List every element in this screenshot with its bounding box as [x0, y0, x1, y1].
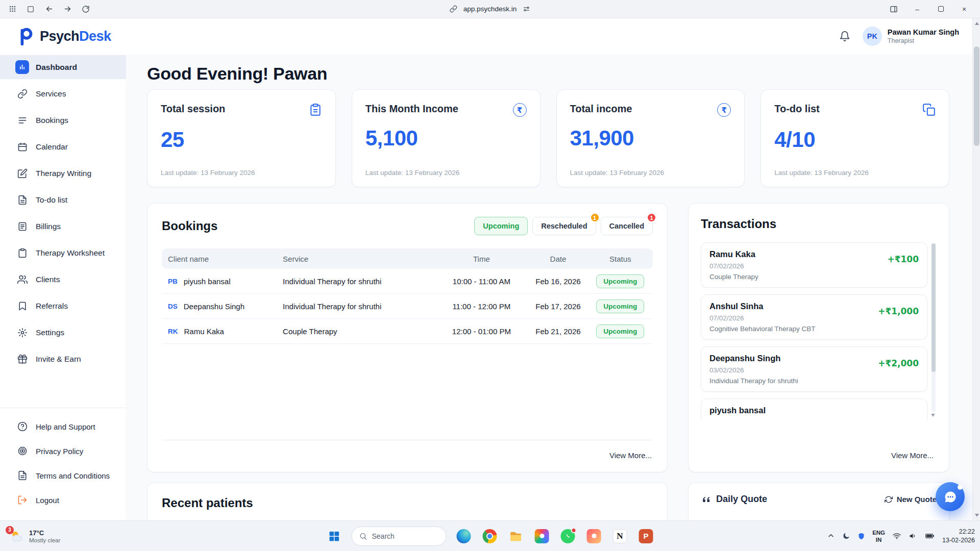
region-code: IN — [872, 536, 885, 543]
browser-back-button[interactable] — [41, 2, 57, 16]
transactions-scrollbar[interactable] — [932, 243, 936, 412]
sidebar-item-services[interactable]: Services — [0, 82, 126, 106]
volume-icon[interactable] — [909, 532, 918, 541]
new-quote-button[interactable]: New Quote — [885, 495, 937, 504]
taskbar-clock[interactable]: 22:22 13-02-2026 — [942, 527, 975, 545]
sidebar-item-clients[interactable]: Clients — [0, 267, 126, 291]
sidebar-item-dashboard[interactable]: Dashboard — [0, 55, 126, 79]
sidebar-item-terms-conditions[interactable]: Terms and Conditions — [0, 464, 126, 487]
tune-icon[interactable] — [523, 5, 530, 13]
sidebar-item-therapy-writing[interactable]: Therapy Writing — [0, 161, 126, 185]
transaction-item: piyush bansal — [701, 398, 927, 420]
edit-icon — [15, 168, 29, 179]
target-icon — [15, 446, 29, 456]
transactions-view-more-link[interactable]: View More... — [891, 451, 934, 460]
app-logo[interactable]: PsychDesk — [17, 27, 111, 46]
clock-date: 13-02-2026 — [942, 536, 975, 545]
chrome-icon[interactable] — [481, 528, 499, 545]
close-button[interactable]: × — [952, 0, 976, 18]
file-explorer-icon[interactable] — [507, 528, 525, 545]
rupee-circle-icon: ₹ — [717, 103, 731, 117]
user-role: Therapist — [888, 37, 959, 44]
table-row: RKRamu Kaka Couple Therapy 12:00 - 01:00… — [162, 319, 653, 344]
sidebar-item-billings[interactable]: Billings — [0, 214, 126, 238]
address-bar[interactable]: app.psychdesk.in — [450, 5, 530, 13]
whatsapp-icon[interactable] — [559, 528, 577, 545]
rescheduled-count-badge: 1 — [590, 213, 600, 222]
bookings-title: Bookings — [162, 219, 217, 233]
night-light-icon[interactable] — [842, 532, 850, 540]
scrollbar-thumb[interactable] — [974, 46, 979, 146]
bookings-table-header: Client name Service Time Date Status — [162, 248, 653, 269]
minimize-button[interactable]: – — [905, 0, 929, 18]
column-client-name: Client name — [168, 255, 283, 263]
client-name: Deepanshu Singh — [184, 302, 244, 311]
tab-cancelled[interactable]: Cancelled1 — [601, 217, 653, 235]
sidebar-item-privacy-policy[interactable]: Privacy Policy — [0, 440, 126, 462]
scroll-up-arrow-icon[interactable] — [973, 19, 980, 28]
language-indicator[interactable]: ENG IN — [872, 529, 885, 543]
bookings-view-more-link[interactable]: View More... — [609, 451, 652, 460]
search-label: Search — [372, 532, 395, 540]
notifications-button[interactable] — [839, 31, 850, 42]
tab-label: Rescheduled — [541, 222, 587, 230]
transaction-name: piyush bansal — [709, 406, 919, 415]
sidebar-item-logout[interactable]: Logout — [0, 489, 126, 511]
new-quote-label: New Quote — [897, 495, 937, 504]
sidebar-item-settings[interactable]: Settings — [0, 320, 126, 344]
transaction-item: Ramu Kaka 07/02/2026 Couple Therapy +₹10… — [701, 242, 927, 288]
taskbar: 3 17°C Mostly clear Search N P — [0, 520, 980, 551]
sidebar-item-referrals[interactable]: Referrals — [0, 294, 126, 318]
search-icon — [359, 532, 368, 540]
browser-reload-button[interactable] — [78, 2, 94, 16]
column-service: Service — [283, 255, 441, 263]
browser-tab-icon[interactable] — [22, 2, 39, 16]
sidebar-item-label: Therapy Worksheet — [36, 248, 105, 258]
client-name: piyush bansal — [184, 277, 231, 286]
sidebar-item-label: Logout — [36, 496, 59, 505]
scroll-down-arrow-icon[interactable] — [973, 511, 980, 519]
battery-icon[interactable] — [925, 531, 935, 541]
transaction-service: Individual Therapy for shruthi — [709, 377, 919, 385]
browser-apps-icon[interactable] — [4, 2, 20, 16]
sidebar-item-bookings[interactable]: Bookings — [0, 108, 126, 132]
media-app-icon[interactable] — [585, 528, 603, 545]
bell-icon — [839, 31, 850, 42]
powerpoint-icon[interactable]: P — [638, 528, 655, 545]
sidebar-item-calendar[interactable]: Calendar — [0, 135, 126, 159]
taskbar-search[interactable]: Search — [352, 527, 447, 546]
browser-sidebar-toggle-icon[interactable] — [882, 0, 905, 18]
quote-icon — [701, 494, 711, 505]
tray-chevron-up-icon[interactable] — [827, 532, 835, 540]
sidebar: Dashboard Services Bookings Calendar The… — [0, 54, 126, 520]
sidebar-item-help-support[interactable]: Help and Support — [0, 415, 126, 438]
browser-chrome: app.psychdesk.in – × — [0, 0, 980, 18]
notion-icon[interactable]: N — [611, 528, 629, 545]
edge-icon[interactable] — [455, 528, 473, 545]
wifi-icon[interactable] — [892, 532, 901, 541]
defender-shield-icon[interactable] — [857, 532, 865, 540]
tab-label: Cancelled — [609, 222, 645, 230]
scrollbar-thumb[interactable] — [932, 243, 936, 372]
scroll-down-arrow-icon[interactable] — [931, 414, 935, 417]
client-name: Ramu Kaka — [184, 327, 224, 336]
browser-forward-button[interactable] — [59, 2, 76, 16]
taskbar-weather-widget[interactable]: 3 17°C Mostly clear — [4, 527, 65, 546]
recent-patients-title: Recent patients — [162, 496, 253, 510]
maximize-button[interactable] — [929, 0, 952, 18]
tab-upcoming[interactable]: Upcoming — [474, 217, 528, 235]
booking-date: Feb 16, 2026 — [522, 277, 594, 286]
stat-card-title: To-do list — [774, 103, 820, 115]
client-initials: PB — [168, 278, 178, 285]
page-scrollbar[interactable] — [972, 18, 980, 520]
photos-icon[interactable] — [533, 528, 551, 545]
profile-menu[interactable]: PK Pawan Kumar Singh Therapist — [863, 27, 959, 46]
tab-rescheduled[interactable]: Rescheduled1 — [532, 217, 596, 235]
service-name: Individual Therapy for shruthi — [283, 277, 441, 286]
chat-fab-button[interactable] — [936, 482, 965, 511]
sidebar-item-invite-earn[interactable]: Invite & Earn — [0, 347, 126, 371]
sidebar-item-todo-list[interactable]: To-do list — [0, 188, 126, 212]
start-button[interactable] — [326, 528, 343, 545]
column-status: Status — [594, 255, 647, 263]
sidebar-item-therapy-worksheet[interactable]: Therapy Worksheet — [0, 241, 126, 265]
